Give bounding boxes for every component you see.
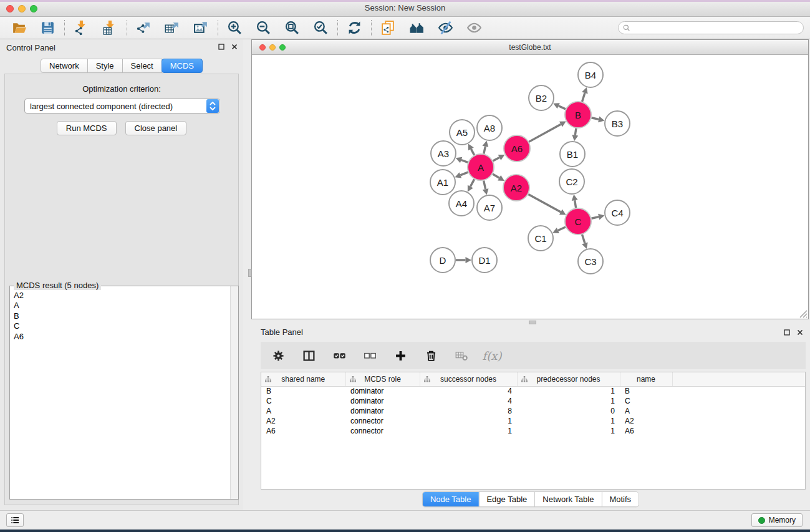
- zoom-selected-button[interactable]: [312, 19, 329, 36]
- table-cell[interactable]: 0: [517, 406, 620, 416]
- table-cell[interactable]: 1: [420, 426, 517, 436]
- network-canvas[interactable]: AA1A2A3A4A5A6A7A8BB1B2B3B4CC1C2C3C4DD1: [252, 55, 808, 319]
- close-panel-button[interactable]: Close panel: [125, 121, 187, 135]
- resize-grip-icon[interactable]: [798, 309, 808, 318]
- table-cell[interactable]: 4: [420, 396, 517, 406]
- tab-node-table[interactable]: Node Table: [423, 492, 479, 506]
- table-cell[interactable]: connector: [345, 416, 420, 426]
- home-view-button[interactable]: [408, 19, 425, 36]
- import-table-button[interactable]: [102, 19, 118, 36]
- optimization-criterion-select[interactable]: largest connected component (directed): [24, 99, 220, 114]
- table-cell[interactable]: A6: [620, 426, 672, 436]
- table-cell[interactable]: A: [261, 406, 345, 416]
- table-cell[interactable]: A6: [261, 426, 345, 436]
- graph-node-A2[interactable]: A2: [503, 175, 529, 201]
- table-row[interactable]: Cdominator41C: [261, 396, 805, 406]
- table-settings-button[interactable]: [271, 348, 286, 363]
- table-cell[interactable]: B: [620, 386, 672, 396]
- table-cell[interactable]: 8: [420, 406, 517, 416]
- network-graph[interactable]: AA1A2A3A4A5A6A7A8BB1B2B3B4CC1C2C3C4DD1: [252, 55, 808, 319]
- delete-column-button[interactable]: [423, 348, 438, 363]
- split-table-button[interactable]: [301, 348, 316, 363]
- graph-node-B2[interactable]: B2: [529, 85, 554, 110]
- tab-network-table[interactable]: Network Table: [534, 492, 601, 506]
- table-cell[interactable]: 1: [517, 416, 620, 426]
- graph-node-C1[interactable]: C1: [528, 226, 553, 251]
- show-graphics-details-button[interactable]: [466, 19, 483, 36]
- export-image-button[interactable]: [193, 19, 210, 36]
- column-header[interactable]: name: [620, 372, 672, 386]
- refresh-layout-button[interactable]: [346, 19, 363, 36]
- table-cell[interactable]: connector: [345, 426, 420, 436]
- zoom-fit-button[interactable]: [284, 19, 301, 36]
- graph-node-B[interactable]: B: [565, 102, 591, 128]
- panel-list-button[interactable]: [6, 513, 24, 527]
- column-header[interactable]: successor nodes: [420, 372, 517, 386]
- network-window-titlebar[interactable]: testGlobe.txt: [252, 40, 808, 55]
- open-session-button[interactable]: [11, 19, 27, 36]
- tab-select[interactable]: Select: [122, 59, 162, 73]
- graph-node-A3[interactable]: A3: [431, 141, 456, 166]
- select-all-rows-button[interactable]: [332, 348, 347, 363]
- float-panel-icon[interactable]: [218, 43, 225, 51]
- graph-node-A[interactable]: A: [468, 154, 494, 180]
- mcds-result-list[interactable]: A2ABCA6: [10, 288, 230, 499]
- graph-node-B1[interactable]: B1: [560, 142, 585, 167]
- table-row[interactable]: Adominator80A: [261, 406, 805, 416]
- result-item[interactable]: C: [14, 321, 230, 331]
- graph-node-D1[interactable]: D1: [472, 248, 497, 273]
- tab-style[interactable]: Style: [87, 59, 123, 73]
- export-table-button[interactable]: [164, 19, 181, 36]
- table-cell[interactable]: A2: [620, 416, 672, 426]
- table-row[interactable]: A6connector11A6: [261, 426, 805, 436]
- column-header[interactable]: MCDS role: [345, 372, 420, 386]
- save-session-button[interactable]: [39, 19, 56, 36]
- graph-node-A5[interactable]: A5: [450, 120, 475, 145]
- table-cell[interactable]: A: [620, 406, 672, 416]
- graph-node-A7[interactable]: A7: [477, 195, 502, 220]
- table-cell[interactable]: dominator: [345, 406, 420, 416]
- result-item[interactable]: A6: [14, 332, 230, 342]
- table-cell[interactable]: dominator: [345, 396, 420, 406]
- graph-node-B3[interactable]: B3: [605, 111, 630, 136]
- result-item[interactable]: A: [14, 301, 230, 311]
- tab-network[interactable]: Network: [41, 59, 88, 73]
- new-network-from-document-button[interactable]: [380, 19, 397, 36]
- zoom-in-button[interactable]: [226, 19, 243, 36]
- graph-node-C[interactable]: C: [565, 208, 591, 235]
- table-cell[interactable]: 1: [517, 396, 620, 406]
- graph-node-C4[interactable]: C4: [605, 200, 630, 225]
- graph-node-A1[interactable]: A1: [430, 170, 455, 195]
- run-mcds-button[interactable]: Run MCDS: [57, 121, 117, 135]
- graph-node-D[interactable]: D: [430, 248, 455, 273]
- graph-node-C3[interactable]: C3: [578, 249, 603, 274]
- hide-graphics-details-button[interactable]: [437, 19, 454, 36]
- column-header[interactable]: predecessor nodes: [517, 372, 620, 386]
- export-network-button[interactable]: [135, 19, 152, 36]
- table-row[interactable]: A2connector11A2: [261, 416, 805, 426]
- tab-motifs[interactable]: Motifs: [601, 492, 639, 506]
- graph-node-B4[interactable]: B4: [578, 62, 603, 87]
- search-input[interactable]: [631, 24, 799, 32]
- graph-node-A8[interactable]: A8: [477, 115, 502, 140]
- search-box[interactable]: [618, 21, 804, 34]
- table-cell[interactable]: 1: [517, 426, 620, 436]
- tab-edge-table[interactable]: Edge Table: [478, 492, 534, 506]
- import-network-button[interactable]: [73, 19, 90, 36]
- table-cell[interactable]: C: [620, 396, 672, 406]
- graph-node-A4[interactable]: A4: [449, 191, 474, 216]
- float-table-panel-icon[interactable]: [783, 329, 791, 336]
- result-item[interactable]: A2: [14, 291, 230, 301]
- graph-node-A6[interactable]: A6: [504, 135, 530, 162]
- table-cell[interactable]: C: [261, 396, 345, 406]
- close-table-panel-icon[interactable]: [796, 329, 804, 336]
- zoom-out-button[interactable]: [255, 19, 272, 36]
- graph-node-C2[interactable]: C2: [559, 169, 584, 194]
- table-cell[interactable]: A2: [261, 416, 345, 426]
- result-item[interactable]: B: [14, 311, 230, 321]
- node-table[interactable]: shared nameMCDS rolesuccessor nodesprede…: [261, 372, 806, 490]
- table-cell[interactable]: 1: [420, 416, 517, 426]
- memory-button[interactable]: Memory: [751, 513, 803, 527]
- tab-mcds[interactable]: MCDS: [162, 59, 203, 73]
- table-cell[interactable]: B: [261, 386, 345, 396]
